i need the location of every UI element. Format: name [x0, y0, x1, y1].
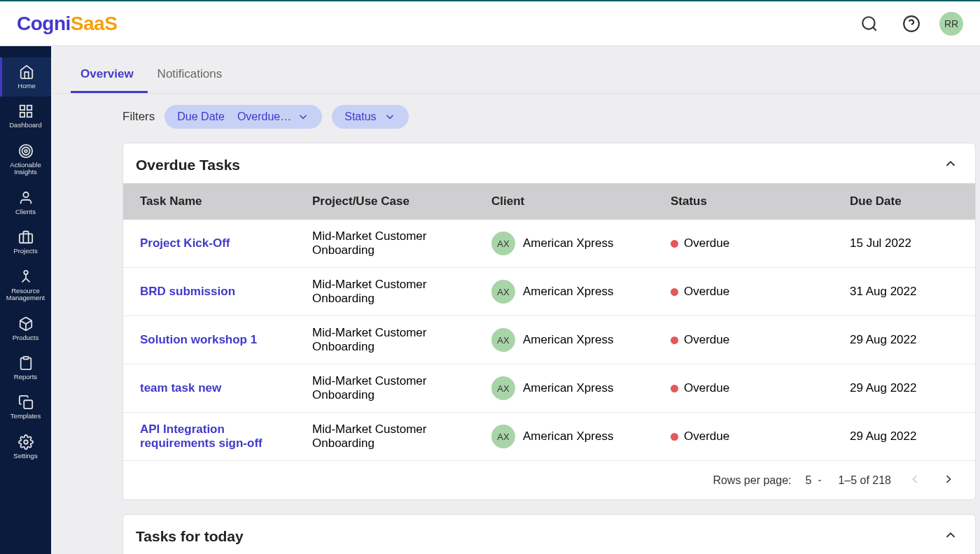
- status-text: Overdue: [684, 381, 729, 395]
- client-avatar: AX: [491, 425, 515, 448]
- client-name: American Xpress: [523, 285, 613, 299]
- sidebar-item-insights[interactable]: Actionable Insights: [0, 136, 51, 183]
- col-client: Client: [482, 183, 661, 220]
- task-link[interactable]: Solution workshop 1: [140, 333, 257, 346]
- dashboard-icon: [18, 104, 34, 119]
- card-header: Tasks for today: [123, 515, 975, 554]
- clipboard-icon: [18, 355, 34, 371]
- copy-icon: [18, 395, 34, 410]
- svg-rect-19: [24, 401, 32, 409]
- rows-per-page-select[interactable]: 5: [805, 474, 824, 487]
- task-link[interactable]: API Integration requirements sign-off: [140, 422, 262, 450]
- collapse-button[interactable]: [943, 156, 958, 173]
- chevron-down-icon: [384, 111, 396, 123]
- svg-line-16: [26, 278, 30, 282]
- overdue-tasks-card: Overdue Tasks Task Name Project/Use Case…: [122, 143, 976, 500]
- tasks-today-card: Tasks for today Task Name Project/Use Ca…: [122, 514, 976, 554]
- due-date-cell: 29 Aug 2022: [840, 316, 975, 364]
- user-avatar-initials: RR: [944, 18, 958, 29]
- filter-due-date[interactable]: Due Date Overdue…: [164, 105, 322, 129]
- tab-overview[interactable]: Overview: [71, 57, 148, 93]
- sidebar-item-products[interactable]: Products: [0, 309, 51, 348]
- sidebar-item-label: Resource Management: [3, 287, 48, 302]
- search-button[interactable]: [855, 10, 883, 38]
- pagination-bar: Rows per page: 5 1–5 of 218: [123, 460, 975, 499]
- chevron-down-icon: [297, 111, 309, 123]
- chevron-up-icon: [943, 156, 958, 171]
- sidebar-item-clients[interactable]: Clients: [0, 183, 51, 222]
- status-text: Overdue: [684, 429, 729, 443]
- svg-line-1: [873, 27, 876, 31]
- dropdown-icon: [816, 476, 824, 485]
- due-date-cell: 29 Aug 2022: [840, 413, 975, 461]
- help-icon: [902, 15, 920, 33]
- status-dot-icon: [671, 288, 678, 296]
- sidebar-item-dashboard[interactable]: Dashboard: [0, 97, 51, 136]
- client-cell: AX American Xpress: [491, 425, 651, 448]
- client-avatar: AX: [491, 232, 515, 255]
- user-icon: [18, 190, 34, 206]
- table-row: API Integration requirements sign-off Mi…: [123, 413, 975, 461]
- status-text: Overdue: [684, 285, 729, 299]
- pagination-range: 1–5 of 218: [838, 474, 891, 487]
- client-name: American Xpress: [523, 236, 613, 250]
- sidebar-item-home[interactable]: Home: [0, 57, 51, 97]
- sidebar-item-label: Products: [13, 334, 39, 341]
- sidebar-nav: Home Dashboard Actionable Insights Clien…: [0, 46, 51, 554]
- svg-point-20: [24, 440, 28, 444]
- help-button[interactable]: [897, 10, 925, 38]
- tab-notifications[interactable]: Notifications: [148, 57, 237, 93]
- prev-page-button[interactable]: [905, 469, 925, 491]
- task-link[interactable]: BRD submission: [140, 285, 235, 298]
- search-icon: [860, 15, 878, 33]
- svg-point-11: [23, 192, 28, 197]
- status-dot-icon: [671, 240, 678, 248]
- client-avatar: AX: [491, 280, 515, 304]
- svg-rect-18: [23, 357, 28, 360]
- sidebar-item-resource[interactable]: Resource Management: [0, 262, 51, 309]
- tabs-bar: Overview Notifications: [51, 57, 980, 94]
- filter-value: Overdue…: [237, 111, 291, 123]
- sidebar-item-label: Templates: [10, 413, 41, 420]
- svg-line-15: [22, 278, 26, 282]
- card-title: Overdue Tasks: [136, 157, 240, 173]
- status-dot-icon: [671, 385, 678, 392]
- rows-per-page-value: 5: [805, 474, 811, 487]
- sidebar-item-label: Settings: [13, 453, 37, 460]
- client-avatar: AX: [491, 328, 515, 352]
- table-row: team task new Mid-Market Customer Onboar…: [123, 364, 975, 413]
- sidebar-item-label: Dashboard: [9, 122, 41, 129]
- due-date-cell: 31 Aug 2022: [840, 268, 975, 316]
- client-cell: AX American Xpress: [491, 376, 651, 400]
- sidebar-item-label: Home: [18, 83, 35, 90]
- col-project: Project/Use Case: [302, 183, 482, 220]
- sidebar-item-reports[interactable]: Reports: [0, 348, 51, 388]
- user-avatar-button[interactable]: RR: [939, 12, 963, 36]
- svg-point-13: [24, 270, 28, 274]
- status-cell: Overdue: [671, 429, 830, 443]
- sidebar-item-templates[interactable]: Templates: [0, 388, 51, 427]
- main-content: Overview Notifications Filters Due Date …: [51, 46, 980, 554]
- svg-rect-4: [20, 106, 24, 110]
- brand-part-1: Cogni: [17, 13, 71, 34]
- sidebar-item-projects[interactable]: Projects: [0, 222, 51, 262]
- svg-rect-6: [27, 113, 31, 117]
- project-cell: Mid-Market Customer Onboarding: [302, 220, 482, 268]
- sidebar-item-settings[interactable]: Settings: [0, 427, 51, 467]
- settings-icon: [18, 434, 34, 450]
- card-header: Overdue Tasks: [123, 143, 975, 183]
- next-page-button[interactable]: [939, 469, 958, 491]
- table-row: Solution workshop 1 Mid-Market Customer …: [123, 316, 975, 364]
- filter-status[interactable]: Status: [332, 105, 409, 129]
- project-cell: Mid-Market Customer Onboarding: [302, 268, 482, 316]
- collapse-button[interactable]: [943, 527, 958, 545]
- client-avatar: AX: [491, 376, 515, 400]
- package-icon: [18, 316, 34, 332]
- svg-point-9: [22, 147, 29, 155]
- brand-logo: CogniSaaS: [17, 13, 117, 35]
- table-row: BRD submission Mid-Market Customer Onboa…: [123, 268, 975, 316]
- task-link[interactable]: team task new: [140, 381, 221, 395]
- task-link[interactable]: Project Kick-Off: [140, 236, 230, 250]
- rows-per-page-label: Rows per page:: [713, 474, 791, 487]
- filters-label: Filters: [122, 110, 155, 124]
